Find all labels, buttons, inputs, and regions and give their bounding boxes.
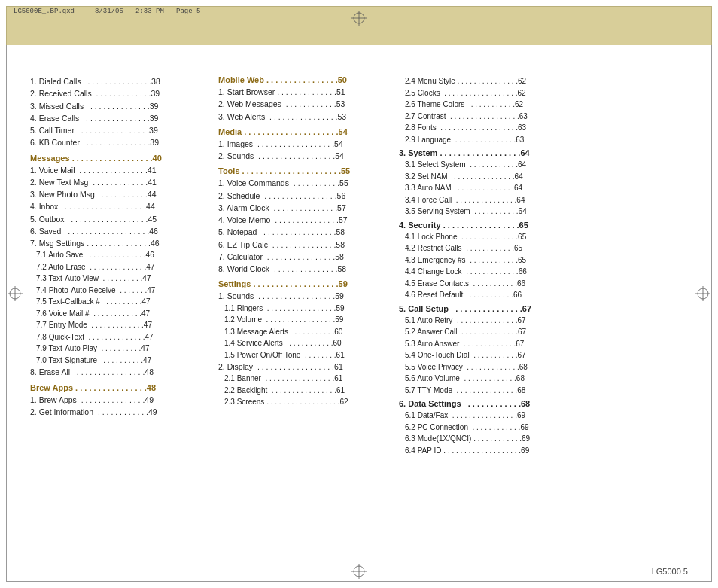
toc-item: 1.3 Message Alerts . . . . . . . . . .60 <box>218 326 391 338</box>
toc-item: 2.5 Clocks . . . . . . . . . . . . . . .… <box>399 87 572 99</box>
toc-item: 5.4 One-Touch Dial . . . . . . . . . . .… <box>399 349 572 361</box>
toc-item: 2.9 Language . . . . . . . . . . . . . .… <box>399 134 572 146</box>
toc-item: 1. Images . . . . . . . . . . . . . . . … <box>218 138 391 150</box>
toc-section-settings: Settings . . . . . . . . . . . . . . . .… <box>218 279 391 408</box>
toc-item: 6. EZ Tip Calc . . . . . . . . . . . . .… <box>218 239 391 251</box>
toc-section-calls: 1. Dialed Calls . . . . . . . . . . . . … <box>30 75 211 149</box>
toc-item: 4.6 Reset Default . . . . . . . . . . .6… <box>399 289 572 301</box>
toc-header-tools: Tools . . . . . . . . . . . . . . . . . … <box>218 166 391 175</box>
toc-item: 3.1 Select System . . . . . . . . . . . … <box>399 159 572 171</box>
toc-item: 2. Get Information . . . . . . . . . . .… <box>30 406 211 418</box>
toc-item: 5.2 Answer Call . . . . . . . . . . . . … <box>399 326 572 338</box>
toc-item: 2. New Text Msg . . . . . . . . . . . . … <box>30 176 211 188</box>
toc-item: 3. New Photo Msg . . . . . . . . . . .44 <box>30 188 211 200</box>
toc-section-tools: Tools . . . . . . . . . . . . . . . . . … <box>218 166 391 275</box>
toc-item: 1.1 Ringers . . . . . . . . . . . . . . … <box>218 303 391 315</box>
header-date: 8/31/05 <box>95 8 123 15</box>
reg-mark-top <box>351 11 367 27</box>
toc-section-system: 3. System . . . . . . . . . . . . . . . … <box>399 148 572 218</box>
toc-item: 4.2 Restrict Calls . . . . . . . . . . .… <box>399 242 572 254</box>
header-line: LG5000E_.BP.qxd 8/31/05 2:33 PM Page 5 <box>14 8 200 15</box>
reg-mark-left <box>8 286 23 303</box>
toc-item: 4.1 Lock Phone . . . . . . . . . . . . .… <box>399 231 572 243</box>
toc-col3: 2.4 Menu Style . . . . . . . . . . . . .… <box>399 75 580 550</box>
toc-item: 2.8 Fonts . . . . . . . . . . . . . . . … <box>399 122 572 134</box>
toc-item: 7.9 Text-Auto Play . . . . . . . . . .47 <box>30 343 211 355</box>
toc-item: 4.3 Emergency #s . . . . . . . . . . . .… <box>399 254 572 267</box>
toc-item: 2.4 Menu Style . . . . . . . . . . . . .… <box>399 75 572 87</box>
toc-section-call-setup: 5. Call Setup . . . . . . . . . . . . . … <box>399 304 572 397</box>
toc-item: 7.6 Voice Mail # . . . . . . . . . . . .… <box>30 308 211 320</box>
toc-item: 6.1 Data/Fax . . . . . . . . . . . . . .… <box>399 410 572 422</box>
toc-item: 1.5 Power On/Off Tone . . . . . . . .61 <box>218 349 391 361</box>
toc-item: 2. Schedule . . . . . . . . . . . . . . … <box>218 190 391 202</box>
toc-item: 2. Display . . . . . . . . . . . . . . .… <box>218 361 391 373</box>
toc-item: 8. Erase All . . . . . . . . . . . . . .… <box>30 366 211 378</box>
toc-item: 3.2 Set NAM . . . . . . . . . . . . . . … <box>399 171 572 183</box>
header-time: 2:33 PM <box>135 8 164 15</box>
reg-mark-bottom <box>351 564 367 580</box>
toc-item: 4. Erase Calls . . . . . . . . . . . . .… <box>30 112 211 124</box>
toc-item: 3.4 Force Call . . . . . . . . . . . . .… <box>399 194 572 206</box>
toc-item: 4. Inbox . . . . . . . . . . . . . . . .… <box>30 200 211 212</box>
toc-header-system: 3. System . . . . . . . . . . . . . . . … <box>399 148 572 157</box>
toc-item: 2.3 Screens . . . . . . . . . . . . . . … <box>218 396 391 408</box>
toc-item: 7.5 Text-Callback # . . . . . . . . .47 <box>30 296 211 308</box>
toc-item: 5. Notepad . . . . . . . . . . . . . . .… <box>218 226 391 238</box>
toc-content: 1. Dialed Calls . . . . . . . . . . . . … <box>30 75 688 550</box>
toc-item: 1. Brew Apps . . . . . . . . . . . . . .… <box>30 394 211 406</box>
toc-item: 4. Voice Memo . . . . . . . . . . . . . … <box>218 214 391 226</box>
toc-section-messages: Messages . . . . . . . . . . . . . . . .… <box>30 154 211 379</box>
toc-item: 1.2 Volume . . . . . . . . . . . . . . .… <box>218 314 391 326</box>
toc-item: 1. Start Browser . . . . . . . . . . . .… <box>218 86 391 98</box>
toc-header-media: Media . . . . . . . . . . . . . . . . . … <box>218 127 391 136</box>
reg-mark-right <box>695 286 710 303</box>
toc-header-call-setup: 5. Call Setup . . . . . . . . . . . . . … <box>399 304 572 313</box>
toc-item: 7.2 Auto Erase . . . . . . . . . . . . .… <box>30 261 211 273</box>
toc-item: 7.1 Auto Save . . . . . . . . . . . . . … <box>30 249 211 261</box>
toc-item: 7. Msg Settings . . . . . . . . . . . . … <box>30 237 211 249</box>
toc-section-media: Media . . . . . . . . . . . . . . . . . … <box>218 127 391 163</box>
toc-item: 8. World Clock . . . . . . . . . . . . .… <box>218 263 391 275</box>
toc-item: 1. Voice Commands . . . . . . . . . . .5… <box>218 177 391 189</box>
toc-item: 1. Dialed Calls . . . . . . . . . . . . … <box>30 75 211 87</box>
toc-item: 7.4 Photo-Auto Receive . . . . . . .47 <box>30 285 211 297</box>
toc-item: 2.2 Backlight . . . . . . . . . . . . . … <box>218 385 391 397</box>
toc-section-mobile-web: Mobile Web . . . . . . . . . . . . . . .… <box>218 75 391 123</box>
toc-header-settings: Settings . . . . . . . . . . . . . . . .… <box>218 279 391 288</box>
toc-col1: 1. Dialed Calls . . . . . . . . . . . . … <box>30 75 218 550</box>
toc-item: 7.3 Text-Auto View . . . . . . . . . .47 <box>30 273 211 285</box>
toc-item: 5.1 Auto Retry . . . . . . . . . . . . .… <box>399 315 572 327</box>
toc-item: 5.3 Auto Answer . . . . . . . . . . . . … <box>399 338 572 350</box>
toc-item: 2.7 Contrast . . . . . . . . . . . . . .… <box>399 111 572 123</box>
toc-section-display-cont: 2.4 Menu Style . . . . . . . . . . . . .… <box>399 75 572 145</box>
toc-item: 7. Calculator . . . . . . . . . . . . . … <box>218 251 391 263</box>
header-page: Page 5 <box>176 8 200 15</box>
toc-item: 5.7 TTY Mode . . . . . . . . . . . . . .… <box>399 385 572 397</box>
toc-item: 3. Missed Calls . . . . . . . . . . . . … <box>30 100 211 112</box>
toc-item: 7.8 Quick-Text . . . . . . . . . . . . .… <box>30 331 211 343</box>
header-filename: LG5000E_.BP.qxd <box>14 8 75 15</box>
toc-item: 5.6 Auto Volume . . . . . . . . . . . . … <box>399 373 572 385</box>
toc-item: 1.4 Service Alerts . . . . . . . . . . .… <box>218 337 391 349</box>
toc-item: 3.3 Auto NAM . . . . . . . . . . . . . .… <box>399 182 572 194</box>
footer-label: LG5000 5 <box>652 567 688 576</box>
toc-item: 7.7 Entry Mode . . . . . . . . . . . . .… <box>30 319 211 331</box>
toc-item: 7.0 Text-Signature . . . . . . . . . .47 <box>30 355 211 367</box>
toc-item: 5.5 Voice Privacy . . . . . . . . . . . … <box>399 361 572 373</box>
toc-item: 6.3 Mode(1X/QNCI) . . . . . . . . . . . … <box>399 433 572 445</box>
toc-item: 2. Received Calls . . . . . . . . . . . … <box>30 87 211 99</box>
toc-item: 4.4 Change Lock . . . . . . . . . . . . … <box>399 266 572 278</box>
toc-item: 4.5 Erase Contacts . . . . . . . . . . .… <box>399 278 572 290</box>
toc-item: 2. Web Messages . . . . . . . . . . . .5… <box>218 98 391 110</box>
toc-item: 2.1 Banner . . . . . . . . . . . . . . .… <box>218 373 391 385</box>
toc-header-mobile-web: Mobile Web . . . . . . . . . . . . . . .… <box>218 75 391 84</box>
toc-item: 3. Web Alerts . . . . . . . . . . . . . … <box>218 111 391 123</box>
toc-item: 1. Voice Mail . . . . . . . . . . . . . … <box>30 164 211 176</box>
toc-header-data-settings: 6. Data Settings . . . . . . . . . . . .… <box>399 399 572 408</box>
toc-item: 3. Alarm Clock . . . . . . . . . . . . .… <box>218 202 391 214</box>
toc-item: 6.2 PC Connection . . . . . . . . . . . … <box>399 422 572 434</box>
toc-item: 2. Sounds . . . . . . . . . . . . . . . … <box>218 150 391 162</box>
toc-item: 5. Call Timer . . . . . . . . . . . . . … <box>30 124 211 136</box>
toc-header-messages: Messages . . . . . . . . . . . . . . . .… <box>30 154 211 163</box>
